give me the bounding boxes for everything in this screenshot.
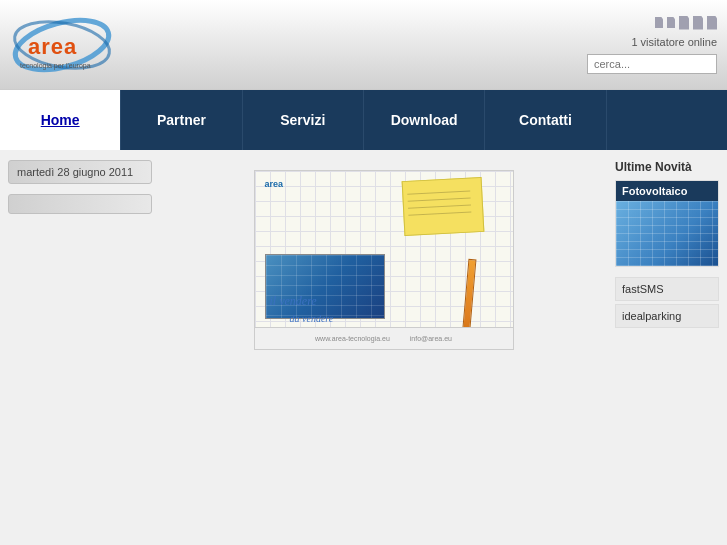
doc-icon-4 [693,16,703,30]
flyer-image: area il vendere da vendere www.area-tecn… [254,170,514,350]
flyer-bottom-bar: www.area-tecnologia.eu info@area.eu [255,327,513,349]
nav-link-home[interactable]: Home [41,112,80,128]
logo: area tecnologia per l'europa [10,15,130,75]
nav-item-servizi[interactable]: Servizi [243,90,364,150]
sidebar-gray-bar [8,194,152,214]
flyer-cursive-text: il vendere [270,294,317,309]
news-item-image-fotovoltaico [616,201,718,266]
header: area tecnologia per l'europa 1 visitator… [0,0,727,90]
sidebar-right-bottom: fastSMS idealparking [615,277,719,328]
nav-item-download[interactable]: Download [364,90,485,150]
news-item-fotovoltaico[interactable]: Fotovoltaico [615,180,719,267]
visitor-count: 1 visitatore online [631,36,717,48]
logo-area: area tecnologia per l'europa [10,15,130,75]
flyer-logo: area [265,179,284,189]
nav-bar: Home Partner Servizi Download Contatti [0,90,727,150]
news-item-header-fotovoltaico: Fotovoltaico [616,181,718,201]
flyer-note-lines [407,190,478,216]
note-line-3 [408,205,471,209]
note-line-2 [407,198,470,202]
note-line-4 [408,212,471,216]
svg-text:tecnologia per l'europa: tecnologia per l'europa [20,62,91,70]
nav-item-partner[interactable]: Partner [121,90,242,150]
sidebar-right: Ultime Novità Fotovoltaico fastSMS ideal… [607,150,727,545]
flyer-website: www.area-tecnologia.eu [315,335,390,342]
solar-panel-image [616,201,718,266]
flyer-solar-panel [265,254,385,319]
flyer-sticky-note [401,177,484,236]
content-center: area il vendere da vendere www.area-tecn… [160,150,607,545]
doc-icon-5 [707,16,717,30]
flyer-sub-text: da vendere [290,313,334,324]
news-item-fastsms[interactable]: fastSMS [615,277,719,301]
header-right: 1 visitatore online [587,16,717,74]
news-item-idealparking[interactable]: idealparking [615,304,719,328]
doc-icon-2 [667,17,675,28]
main-content: martedì 28 giugno 2011 area il vendere d… [0,150,727,545]
ultime-novita-title: Ultime Novità [615,160,719,174]
sidebar-left: martedì 28 giugno 2011 [0,150,160,545]
nav-item-contatti[interactable]: Contatti [485,90,606,150]
nav-item-empty [607,90,727,150]
svg-text:area: area [28,34,77,59]
date-display: martedì 28 giugno 2011 [8,160,152,184]
icons-row [655,16,717,30]
flyer-email: info@area.eu [410,335,452,342]
doc-icon-1 [655,17,663,28]
doc-icon-3 [679,16,689,30]
nav-item-home[interactable]: Home [0,90,121,150]
search-input[interactable] [587,54,717,74]
note-line-1 [407,191,470,195]
